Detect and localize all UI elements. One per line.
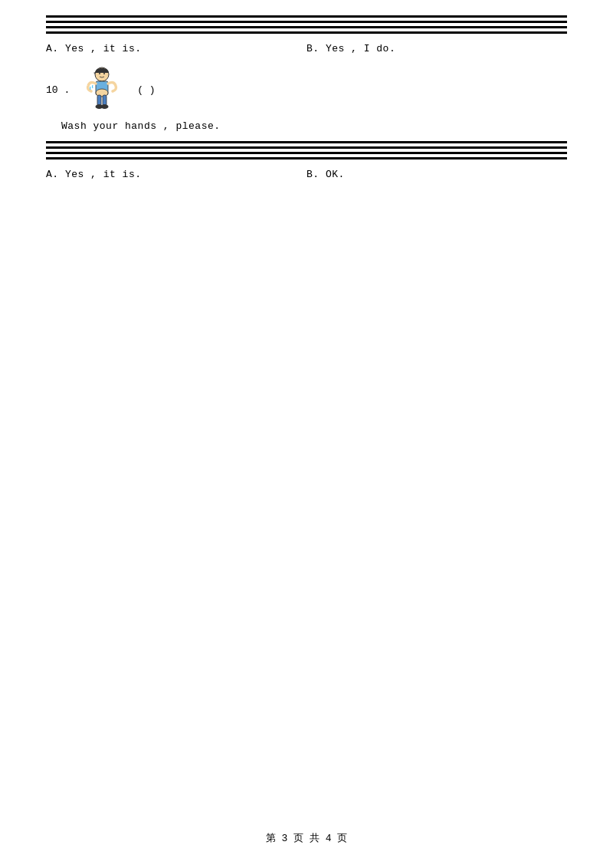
line-3 bbox=[46, 26, 567, 28]
page-container: A. Yes , it is. B. Yes , I do. 10 . bbox=[0, 0, 613, 868]
answer-row-1: A. Yes , it is. B. Yes , I do. bbox=[46, 43, 567, 54]
svg-rect-6 bbox=[103, 95, 107, 106]
svg-point-2 bbox=[103, 73, 105, 74]
svg-point-8 bbox=[101, 104, 109, 109]
lines-group-1 bbox=[46, 15, 567, 34]
question-text-10: Wash your hands , please. bbox=[61, 120, 567, 132]
line-8 bbox=[46, 157, 567, 159]
answer-a-2: A. Yes , it is. bbox=[46, 169, 306, 180]
line-5 bbox=[46, 141, 567, 143]
answer-a-1: A. Yes , it is. bbox=[46, 43, 306, 54]
line-6 bbox=[46, 146, 567, 149]
svg-rect-5 bbox=[97, 95, 101, 106]
question-block-10: 10 . bbox=[46, 67, 567, 180]
footer-text: 第 3 页 共 4 页 bbox=[266, 833, 348, 844]
line-4 bbox=[46, 31, 567, 34]
question-paren-10: ( ) bbox=[137, 84, 155, 96]
svg-point-1 bbox=[99, 73, 100, 74]
answer-row-2: A. Yes , it is. B. OK. bbox=[46, 169, 567, 180]
answer-b-1: B. Yes , I do. bbox=[306, 43, 567, 54]
answer-b-2: B. OK. bbox=[306, 169, 567, 180]
question-number: 10 . bbox=[46, 84, 70, 96]
page-footer: 第 3 页 共 4 页 bbox=[0, 831, 613, 845]
question-image-10 bbox=[79, 67, 125, 113]
lines-group-2 bbox=[46, 141, 567, 159]
line-1 bbox=[46, 15, 567, 18]
line-7 bbox=[46, 152, 567, 154]
question-row-10: 10 . bbox=[46, 67, 567, 113]
line-2 bbox=[46, 21, 567, 23]
